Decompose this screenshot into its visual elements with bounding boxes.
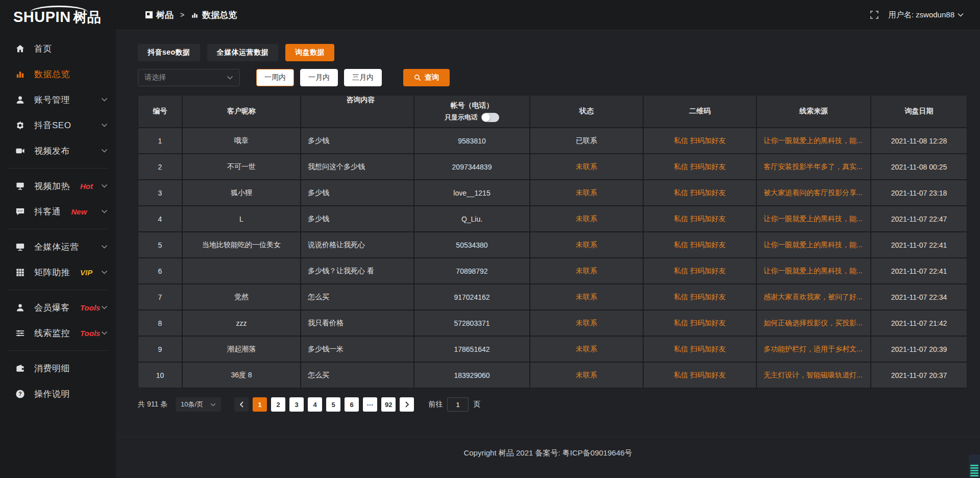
copyright-text: Copyright 树品 2021 备案号: 粤ICP备09019646号 <box>463 448 632 478</box>
qr-friend-link[interactable]: 私信 扫码加好友 <box>644 363 756 388</box>
chevron-down-icon <box>101 209 108 213</box>
footer: Copyright 树品 2021 备案号: 粤ICP备09019646号 <box>116 437 980 478</box>
user-menu[interactable]: 用户名: zswodun88 <box>889 10 964 20</box>
sidebar-item-data-overview[interactable]: 数据总览 <box>0 61 116 87</box>
cell-account: 572803371 <box>414 310 529 336</box>
fullscreen-icon[interactable] <box>870 11 878 19</box>
col-header-source: 线索来源 <box>757 95 870 127</box>
phone-only-toggle[interactable] <box>481 113 499 122</box>
range-button-week[interactable]: 一周内 <box>256 69 294 86</box>
sidebar-item-clue-monitor[interactable]: 线索监控Tools <box>0 320 116 346</box>
cell-account: 2097344839 <box>414 154 529 179</box>
cell-content: 我想问这个多少钱 <box>301 154 413 179</box>
sidebar-item-member-burst[interactable]: 会员爆客Tools <box>0 295 116 320</box>
sidebar-item-video-publish[interactable]: 视频发布 <box>0 138 116 163</box>
cell-content: 怎么买 <box>301 284 413 309</box>
col-header-account-label: 帐号（电话） <box>451 101 494 110</box>
breadcrumb-root[interactable]: 树品 <box>145 9 174 21</box>
breadcrumb-current[interactable]: 数据总览 <box>191 9 237 21</box>
page-size-select[interactable]: 10条/页 <box>176 397 221 412</box>
sidebar-item-video-heating[interactable]: 视频加热Hot <box>0 173 116 199</box>
svg-text:?: ? <box>18 391 21 397</box>
qr-friend-link[interactable]: 私信 扫码加好友 <box>644 258 756 283</box>
page-button-4[interactable]: 4 <box>308 397 322 412</box>
qr-friend-link[interactable]: 私信 扫码加好友 <box>644 232 756 257</box>
range-button-month[interactable]: 一月内 <box>300 69 338 86</box>
source-link[interactable]: 让你一眼就爱上的黑科技，能... <box>757 232 870 257</box>
search-button[interactable]: 查询 <box>403 69 450 86</box>
sidebar-divider <box>8 229 108 229</box>
chat-icon <box>15 207 25 217</box>
source-link[interactable]: 无主灯设计，智能磁吸轨道灯... <box>757 363 870 388</box>
source-link[interactable]: 让你一眼就爱上的黑科技，能... <box>757 128 870 153</box>
wallet-icon <box>15 364 25 373</box>
sidebar-item-douketong[interactable]: 抖客通New <box>0 199 116 224</box>
sidebar-item-douyin-seo[interactable]: 抖音SEO <box>0 112 116 138</box>
sidebar-menu: 首页数据总览账号管理抖音SEO视频发布视频加热Hot抖客通New全媒体运营矩阵助… <box>0 36 116 407</box>
sidebar-divider <box>8 168 108 169</box>
next-page-button[interactable] <box>400 397 414 412</box>
qr-friend-link[interactable]: 私信 扫码加好友 <box>644 206 756 231</box>
page-ellipsis-button[interactable]: ··· <box>363 397 377 412</box>
cell-account: Q_Liu. <box>414 206 529 231</box>
page-button-5[interactable]: 5 <box>326 397 340 412</box>
date-range-group: 一周内一月内三月内 <box>256 69 388 86</box>
main-content: 抖音seo数据全媒体运营数据询盘数据 请选择 一周内一月内三月内 查询 编号 客… <box>116 31 980 437</box>
gear-icon <box>15 121 25 130</box>
source-link[interactable]: 客厅安装投影半年多了，真实... <box>757 154 870 179</box>
breadcrumb-root-label: 树品 <box>156 9 174 21</box>
sidebar-item-label: 矩阵助推 <box>34 267 70 278</box>
monitor-icon <box>15 242 25 252</box>
page-button-3[interactable]: 3 <box>289 397 304 412</box>
range-button-quarter[interactable]: 三月内 <box>344 69 382 86</box>
tab-douyin-seo-data[interactable]: 抖音seo数据 <box>138 44 200 61</box>
qr-friend-link[interactable]: 私信 扫码加好友 <box>644 154 756 179</box>
source-link[interactable]: 感谢大家喜欢我家，被问了好... <box>757 284 870 309</box>
goto-page-input[interactable] <box>447 397 469 412</box>
pagination: 共 911 条 10条/页 123456···92 前往 页 <box>138 397 980 412</box>
sidebar-item-consume-detail[interactable]: 消费明细 <box>0 355 116 381</box>
page-button-2[interactable]: 2 <box>271 397 285 412</box>
cell-content: 我只看价格 <box>301 310 413 336</box>
source-link[interactable]: 如何正确选择投影仪，买投影... <box>757 310 870 336</box>
breadcrumb-separator: > <box>180 11 184 19</box>
qr-friend-link[interactable]: 私信 扫码加好友 <box>644 284 756 309</box>
qr-friend-link[interactable]: 私信 扫码加好友 <box>644 310 756 336</box>
sidebar-item-home[interactable]: 首页 <box>0 36 116 61</box>
cell-account: love__1215 <box>414 180 529 205</box>
qr-friend-link[interactable]: 私信 扫码加好友 <box>644 180 756 205</box>
page-button-6[interactable]: 6 <box>345 397 359 412</box>
sidebar-divider <box>8 350 108 351</box>
qr-friend-link[interactable]: 私信 扫码加好友 <box>644 337 756 362</box>
qr-friend-link[interactable]: 私信 扫码加好友 <box>644 128 756 153</box>
filter-select[interactable]: 请选择 <box>138 69 240 86</box>
chevron-down-icon <box>227 76 233 80</box>
chevron-down-icon <box>101 245 108 249</box>
total-count: 共 911 条 <box>138 400 167 409</box>
cell-account: 50534380 <box>414 232 529 257</box>
username-label: 用户名: zswodun88 <box>889 10 954 20</box>
source-link[interactable]: 多功能护栏灯，适用于乡村文... <box>757 337 870 362</box>
tab-media-ops-data[interactable]: 全媒体运营数据 <box>207 44 279 61</box>
chevron-down-icon <box>101 305 108 309</box>
source-link[interactable]: 让你一眼就爱上的黑科技，能... <box>757 206 870 231</box>
cell-account: 9583810 <box>414 128 529 153</box>
floating-widget[interactable] <box>969 455 980 478</box>
source-link[interactable]: 让你一眼就爱上的黑科技，能... <box>757 258 870 283</box>
chevron-down-icon <box>101 270 108 274</box>
page-button-92[interactable]: 92 <box>381 397 396 412</box>
sidebar-item-matrix-boost[interactable]: 矩阵助推VIP <box>0 259 116 285</box>
sidebar-item-media-ops[interactable]: 全媒体运营 <box>0 234 116 259</box>
cell-index: 3 <box>138 180 182 205</box>
cell-nickname: 狐小狸 <box>183 180 300 205</box>
sidebar-item-help[interactable]: ?操作说明 <box>0 381 116 407</box>
cell-nickname: 当地比较能吃的一位美女 <box>183 232 300 257</box>
cell-index: 10 <box>138 363 182 388</box>
chart-icon <box>191 11 199 19</box>
source-link[interactable]: 被大家追着问的客厅投影分享... <box>757 180 870 205</box>
sidebar-item-account-manage[interactable]: 账号管理 <box>0 87 116 112</box>
page-button-1[interactable]: 1 <box>253 397 267 412</box>
tab-inquiry-data[interactable]: 询盘数据 <box>285 44 334 61</box>
col-header-date: 询盘日期 <box>871 95 967 127</box>
prev-page-button[interactable] <box>234 397 249 412</box>
